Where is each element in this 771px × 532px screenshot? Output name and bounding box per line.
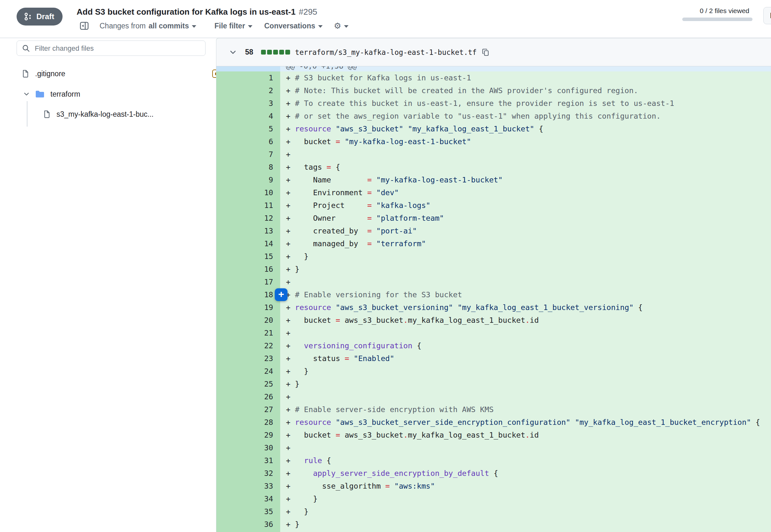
line-number[interactable]: 12 xyxy=(216,212,280,225)
diff-line: 33+ sse_algorithm = "aws:kms" xyxy=(216,480,771,492)
diff-file-header: 58 terraform/s3_my-kafka-log-east-1-buck… xyxy=(216,38,771,66)
diff-line: 6+ bucket = "my-kafka-log-east-1-bucket" xyxy=(216,135,771,148)
additions-count: 58 xyxy=(245,48,253,56)
line-number[interactable]: 25 xyxy=(216,378,280,390)
addition-marker: + xyxy=(286,443,295,452)
line-content: + xyxy=(280,276,771,288)
review-changes-button[interactable]: R xyxy=(763,7,771,24)
files-viewed-status: 0 / 2 files viewed xyxy=(679,7,752,21)
line-number[interactable]: 26 xyxy=(216,390,280,403)
line-number[interactable]: 18 xyxy=(216,288,280,301)
file-filter-box xyxy=(17,41,205,56)
line-number[interactable]: 15 xyxy=(216,250,280,263)
line-number[interactable]: 9 xyxy=(216,174,280,186)
addition-marker: + xyxy=(286,469,295,478)
addition-marker: + xyxy=(286,431,295,440)
line-number[interactable]: 21 xyxy=(216,327,280,339)
line-number[interactable]: 27 xyxy=(216,403,280,416)
diffstat-block-added xyxy=(285,50,290,55)
line-number[interactable]: 1 xyxy=(216,71,280,84)
line-number[interactable]: 31 xyxy=(216,454,280,467)
line-number[interactable]: 33 xyxy=(216,480,280,492)
diff-line: 27+ # Enable server-side encryption with… xyxy=(216,403,771,416)
line-number[interactable]: 3 xyxy=(216,97,280,110)
tree-item-terraform-folder[interactable]: terraform xyxy=(0,86,234,102)
line-number[interactable]: 28 xyxy=(216,416,280,429)
addition-marker: + xyxy=(286,201,295,210)
addition-marker: + xyxy=(286,341,295,350)
line-number[interactable]: 2 xyxy=(216,84,280,97)
add-comment-button[interactable]: + xyxy=(275,288,287,301)
diff-line: 28+ resource "aws_s3_bucket_server_side_… xyxy=(216,416,771,429)
conversations-menu[interactable]: Conversations xyxy=(264,20,322,32)
changes-from-menu[interactable]: Changes from all commits xyxy=(100,20,196,32)
addition-marker: + xyxy=(286,329,295,337)
line-number[interactable]: 14 xyxy=(216,237,280,250)
line-number[interactable]: 8 xyxy=(216,161,280,174)
file-filter-menu[interactable]: File filter xyxy=(214,20,252,32)
addition-marker: + xyxy=(286,239,295,248)
search-icon xyxy=(22,44,30,53)
line-number[interactable]: 13 xyxy=(216,225,280,237)
line-number[interactable]: 16 xyxy=(216,263,280,276)
addition-marker: + xyxy=(286,86,295,95)
addition-marker: + xyxy=(286,188,295,197)
diff-line: 30+ xyxy=(216,441,771,454)
line-number[interactable]: 36 xyxy=(216,518,280,531)
line-number[interactable]: 4 xyxy=(216,110,280,122)
diff-panel: 58 terraform/s3_my-kafka-log-east-1-buck… xyxy=(216,38,771,532)
collapse-file-button[interactable] xyxy=(228,48,237,57)
diff-line: 9+ Name = "my-kafka-log-east-1-bucket" xyxy=(216,174,771,186)
line-number[interactable]: 11 xyxy=(216,199,280,212)
line-content: + } xyxy=(280,505,771,518)
collapse-sidebar-button[interactable] xyxy=(79,20,89,32)
line-number[interactable]: 7 xyxy=(216,148,280,161)
line-number[interactable]: 32 xyxy=(216,467,280,480)
diff-line: 19+ resource "aws_s3_bucket_versioning" … xyxy=(216,301,771,314)
line-content: + Project = "kafka-logs" xyxy=(280,199,771,212)
addition-marker: + xyxy=(286,380,295,388)
line-number[interactable]: 34 xyxy=(216,492,280,505)
line-number[interactable]: 5 xyxy=(216,122,280,135)
tree-item-label: s3_my-kafka-log-east-1-buc... xyxy=(56,110,153,119)
line-number[interactable]: 35 xyxy=(216,505,280,518)
filter-changed-files-input[interactable] xyxy=(34,41,202,56)
copy-file-path-button[interactable] xyxy=(481,48,490,57)
addition-marker: + xyxy=(286,405,295,414)
diffstat-block-added xyxy=(279,50,284,55)
diff-line: 21+ xyxy=(216,327,771,339)
diff-line: 18+ # Enable versioning for the S3 bucke… xyxy=(216,288,771,301)
line-number[interactable]: 20 xyxy=(216,314,280,327)
line-number[interactable]: 23 xyxy=(216,352,280,365)
diffstat-blocks xyxy=(261,50,290,55)
addition-marker: + xyxy=(286,367,295,376)
chevron-down-icon xyxy=(23,91,30,98)
line-content: + xyxy=(280,148,771,161)
line-number[interactable]: 30 xyxy=(216,441,280,454)
addition-marker: + xyxy=(286,354,295,363)
line-content: + managed_by = "terraform" xyxy=(280,237,771,250)
tree-item-s3-bucket-file[interactable]: s3_my-kafka-log-east-1-buc... + xyxy=(0,107,253,122)
line-number[interactable]: 19 xyxy=(216,301,280,314)
addition-marker: + xyxy=(286,226,295,235)
chevron-down-icon xyxy=(228,48,237,57)
line-number[interactable]: 10 xyxy=(216,186,280,199)
tree-item-label: .gitignore xyxy=(35,70,65,78)
diff-line: 13+ created_by = "port-ai" xyxy=(216,225,771,237)
line-number[interactable]: 24 xyxy=(216,365,280,378)
draft-badge-label: Draft xyxy=(36,12,54,21)
line-number[interactable]: 6 xyxy=(216,135,280,148)
diff-settings-menu[interactable]: ⚙ xyxy=(334,20,348,32)
diff-line: 15+ } xyxy=(216,250,771,263)
diff-lines: 1+ # S3 bucket for Kafka logs in us-east… xyxy=(216,71,771,532)
line-content: + xyxy=(280,390,771,403)
line-content: + } xyxy=(280,250,771,263)
line-number[interactable]: 17 xyxy=(216,276,280,288)
line-number[interactable]: 29 xyxy=(216,429,280,441)
tree-item-gitignore[interactable]: .gitignore xyxy=(0,66,232,81)
diff-line: 29+ bucket = aws_s3_bucket.my_kafka_log_… xyxy=(216,429,771,441)
addition-marker: + xyxy=(286,214,295,223)
diff-line: 23+ status = "Enabled" xyxy=(216,352,771,365)
addition-marker: + xyxy=(286,99,295,108)
line-number[interactable]: 22 xyxy=(216,339,280,352)
